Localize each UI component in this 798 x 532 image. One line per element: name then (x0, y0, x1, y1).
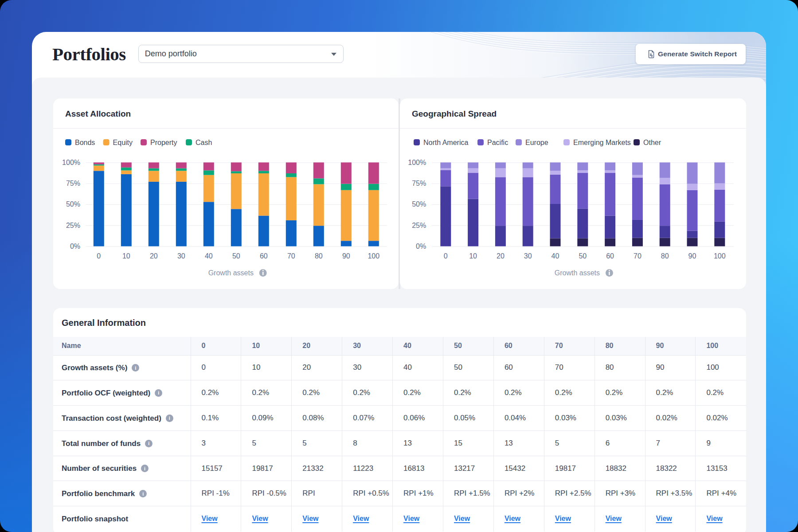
svg-text:0: 0 (97, 252, 101, 260)
svg-text:Other: Other (643, 139, 661, 146)
svg-text:0: 0 (444, 252, 448, 260)
svg-text:100: 100 (714, 252, 726, 260)
svg-text:20: 20 (150, 252, 158, 260)
svg-text:Pacific: Pacific (487, 139, 508, 146)
svg-text:25%: 25% (412, 222, 426, 229)
svg-text:90: 90 (688, 252, 696, 260)
svg-text:Equity: Equity (113, 139, 133, 146)
svg-text:50: 50 (232, 252, 240, 260)
svg-text:60: 60 (606, 252, 614, 260)
svg-text:60: 60 (260, 252, 268, 260)
svg-text:40: 40 (205, 252, 213, 260)
svg-text:75%: 75% (412, 180, 426, 187)
svg-text:North America: North America (423, 139, 468, 146)
svg-text:100: 100 (368, 252, 379, 260)
svg-text:50%: 50% (412, 200, 426, 208)
svg-text:Geographical Spread: Geographical Spread (412, 109, 497, 118)
svg-text:30: 30 (524, 252, 532, 260)
svg-text:Europe: Europe (525, 139, 548, 146)
svg-text:90: 90 (342, 252, 350, 260)
svg-text:Cash: Cash (196, 139, 212, 146)
svg-text:0%: 0% (416, 243, 426, 250)
svg-text:80: 80 (315, 252, 323, 260)
svg-text:Bonds: Bonds (75, 139, 95, 146)
svg-text:30: 30 (177, 252, 185, 260)
svg-text:80: 80 (661, 252, 669, 260)
svg-text:Asset Allocation: Asset Allocation (65, 109, 131, 118)
svg-text:70: 70 (634, 252, 642, 260)
svg-text:10: 10 (122, 252, 130, 260)
svg-text:50%: 50% (66, 200, 80, 208)
svg-text:Emerging Markets: Emerging Markets (573, 139, 631, 146)
svg-text:100%: 100% (408, 159, 426, 166)
svg-text:20: 20 (497, 252, 505, 260)
svg-text:Property: Property (150, 139, 177, 146)
svg-text:25%: 25% (66, 222, 80, 229)
svg-text:Growth assets: Growth assets (208, 269, 254, 277)
svg-text:100%: 100% (62, 159, 80, 166)
svg-text:50: 50 (579, 252, 587, 260)
svg-text:40: 40 (552, 252, 559, 260)
svg-text:0%: 0% (70, 243, 80, 250)
svg-text:75%: 75% (66, 180, 80, 187)
svg-text:10: 10 (469, 252, 477, 260)
svg-text:70: 70 (287, 252, 295, 260)
svg-text:Growth assets: Growth assets (555, 269, 600, 277)
